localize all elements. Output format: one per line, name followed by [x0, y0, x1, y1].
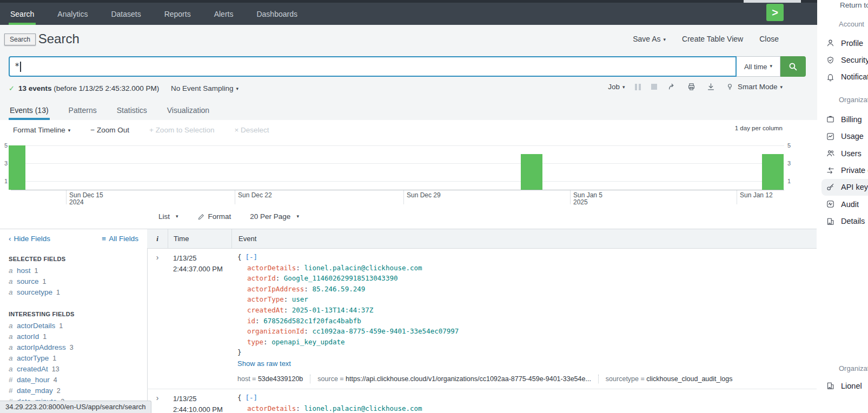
- x-axis-tick-label: Sun Dec 29: [407, 192, 441, 199]
- menu-item-api-keys[interactable]: API keys: [821, 179, 868, 196]
- zoom-out-button[interactable]: Zoom Out: [90, 126, 129, 134]
- format-button[interactable]: Format: [197, 212, 231, 221]
- per-page-dropdown[interactable]: 20 Per Page: [250, 212, 299, 221]
- field-type-icon: #: [9, 387, 17, 395]
- meta-sourcetype[interactable]: sourcetype = clickhouse_cloud_audit_logs: [606, 375, 733, 383]
- field-item-actorid[interactable]: aactorId1: [0, 331, 147, 342]
- event-timeline-chart[interactable]: 553311: [0, 139, 817, 190]
- time-range-picker[interactable]: All time: [737, 56, 780, 77]
- export-icon[interactable]: [706, 82, 715, 91]
- stop-icon[interactable]: [651, 84, 657, 90]
- zoom-to-selection-button[interactable]: Zoom to Selection: [149, 126, 214, 134]
- menu-item-label: Profile: [841, 39, 863, 48]
- nav-item-dashboards[interactable]: Dashboards: [255, 3, 299, 25]
- expand-event-icon[interactable]: [147, 249, 168, 389]
- field-count: 1: [35, 267, 38, 275]
- column-event: Event: [232, 229, 817, 248]
- json-collapse-toggle[interactable]: [-]: [246, 394, 258, 402]
- show-raw-text-link[interactable]: Show as raw text: [237, 359, 817, 368]
- menu-item-profile[interactable]: Profile: [818, 35, 868, 51]
- arrows-icon: [826, 166, 835, 175]
- nav-item-search[interactable]: Search: [9, 3, 36, 25]
- list-view-dropdown[interactable]: List: [158, 212, 178, 221]
- event-cell: {[-]actorDetails: lionel.palacin@clickho…: [231, 389, 817, 413]
- field-count: 1: [59, 322, 63, 330]
- json-field: createdAt: 2025-01-13T14:44:37Z: [237, 305, 817, 316]
- close-button[interactable]: Close: [759, 35, 779, 43]
- job-menu[interactable]: Job: [608, 83, 625, 91]
- field-name: actorType: [17, 354, 49, 362]
- bulb-icon: [726, 83, 734, 91]
- meta-source[interactable]: source = https://api.clickhouse.cloud/v1…: [317, 375, 591, 383]
- nav-item-alerts[interactable]: Alerts: [213, 3, 235, 25]
- menu-item-usage[interactable]: Usage: [818, 128, 868, 145]
- field-type-icon: a: [9, 322, 17, 330]
- y-axis-tick-left: 3: [1, 160, 8, 166]
- menu-item-users[interactable]: Users: [818, 145, 868, 162]
- deselect-button[interactable]: Deselect: [234, 126, 269, 134]
- field-item-date-mday[interactable]: #date_mday2: [0, 385, 147, 396]
- activity-icon: [826, 199, 835, 209]
- event-sampling-dropdown[interactable]: No Event Sampling: [171, 84, 238, 92]
- create-table-view-button[interactable]: Create Table View: [682, 35, 743, 43]
- pause-icon[interactable]: [635, 84, 641, 90]
- timeline-controls: Format Timeline Zoom Out Zoom to Selecti…: [13, 126, 269, 134]
- field-item-actordetails[interactable]: aactorDetails1: [0, 321, 147, 331]
- field-item-actoripaddress[interactable]: aactorIpAddress3: [0, 342, 147, 353]
- all-fields-link[interactable]: All Fields: [102, 235, 138, 243]
- search-button[interactable]: [780, 56, 806, 77]
- menu-item-private-endpoints[interactable]: Private endpoints: [818, 162, 868, 178]
- json-value: lionel.palacin@clickhouse.com: [304, 404, 422, 412]
- search-mode-selector[interactable]: Smart Mode: [738, 83, 783, 91]
- field-item-date-hour[interactable]: #date_hour4: [0, 375, 147, 385]
- menu-item-security[interactable]: Security: [818, 51, 868, 68]
- splunk-logo[interactable]: >: [766, 4, 784, 21]
- menu-item-details[interactable]: Details: [818, 213, 868, 230]
- json-value: lionel.palacin@clickhouse.com: [304, 264, 422, 272]
- menu-item-notifications[interactable]: Notifications: [818, 69, 868, 85]
- field-item-actortype[interactable]: aactorType1: [0, 353, 147, 364]
- x-axis-tick-line: [66, 190, 67, 204]
- field-type-icon: a: [9, 365, 17, 373]
- hide-fields-link[interactable]: Hide Fields: [9, 235, 50, 243]
- tab-patterns[interactable]: Patterns: [68, 101, 98, 120]
- json-collapse-toggle[interactable]: [-]: [246, 253, 258, 261]
- tab-visualization[interactable]: Visualization: [166, 101, 210, 120]
- format-timeline-dropdown[interactable]: Format Timeline: [13, 126, 70, 134]
- tab-events-13[interactable]: Events (13): [9, 101, 50, 120]
- field-name: actorDetails: [17, 322, 55, 330]
- nav-item-datasets[interactable]: Datasets: [109, 3, 142, 25]
- meta-host[interactable]: host = 53de4339120b: [237, 375, 303, 383]
- chart-gridline: [11, 145, 784, 146]
- search-input[interactable]: *: [9, 56, 737, 77]
- timeline-bar[interactable]: [762, 154, 784, 190]
- y-axis-tick-right: 5: [787, 142, 791, 149]
- field-type-icon: a: [9, 277, 17, 285]
- share-icon[interactable]: [667, 82, 677, 91]
- field-item-source[interactable]: asource1: [0, 276, 147, 287]
- menu-item-billing[interactable]: Billing: [818, 111, 868, 128]
- field-item-createdat[interactable]: acreatedAt13: [0, 364, 147, 375]
- menu-item-audit[interactable]: Audit: [818, 196, 868, 212]
- nav-item-analytics[interactable]: Analytics: [56, 3, 89, 25]
- field-name: sourcetype: [17, 288, 52, 296]
- job-controls: Job Smart Mod: [608, 82, 783, 91]
- column-time: Time: [168, 229, 232, 248]
- json-field: actorDetails: lionel.palacin@clickhouse.…: [237, 403, 817, 413]
- field-count: 13: [52, 365, 59, 373]
- meta-value: https://api.clickhouse.cloud/v1/organiza…: [346, 375, 591, 383]
- field-type-icon: #: [9, 376, 17, 384]
- tab-statistics[interactable]: Statistics: [116, 101, 148, 120]
- json-open-brace: {: [237, 394, 242, 402]
- field-item-sourcetype[interactable]: asourcetype1: [0, 287, 147, 298]
- save-as-button[interactable]: Save As: [633, 35, 666, 43]
- menu-item-label: Notifications: [841, 72, 868, 81]
- field-count: 1: [43, 333, 47, 341]
- field-item-host[interactable]: ahost1: [0, 265, 147, 276]
- return-to-link[interactable]: Return to: [840, 1, 868, 9]
- timeline-bar[interactable]: [521, 154, 542, 190]
- print-icon[interactable]: [687, 82, 696, 91]
- menu-item-lionel[interactable]: Lionel: [818, 377, 868, 394]
- timeline-bar[interactable]: [9, 145, 25, 190]
- nav-item-reports[interactable]: Reports: [163, 3, 193, 25]
